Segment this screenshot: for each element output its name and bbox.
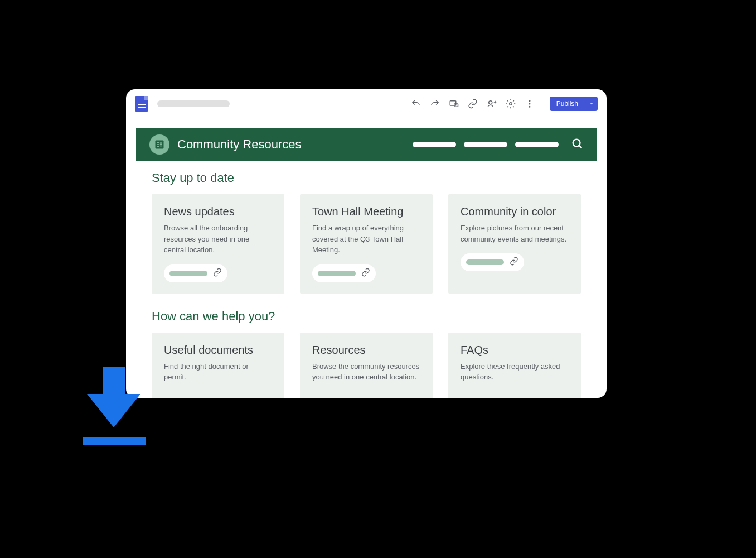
section-heading: How can we help you?	[152, 309, 581, 324]
svg-rect-10	[157, 146, 159, 147]
publish-button[interactable]: Publish	[550, 97, 585, 111]
card-title: Community in color	[461, 205, 569, 218]
nav-item-placeholder[interactable]	[413, 142, 456, 147]
svg-point-2	[488, 100, 492, 104]
site-body: Stay up to date News updates Browse all …	[136, 161, 597, 398]
card-title: Useful documents	[164, 344, 272, 357]
card-description: Find the right document or permit.	[164, 361, 272, 383]
svg-point-5	[529, 103, 530, 104]
link-icon	[213, 268, 222, 279]
editor-window: Publish Community Resources Stay up to d…	[126, 89, 607, 398]
card-link-pill[interactable]	[164, 264, 227, 282]
svg-rect-13	[160, 146, 162, 147]
link-icon[interactable]	[467, 98, 478, 109]
svg-rect-12	[160, 143, 162, 145]
card-town-hall[interactable]: Town Hall Meeting Find a wrap up of ever…	[300, 194, 433, 294]
undo-icon[interactable]	[410, 98, 421, 109]
site-title: Community Resources	[177, 137, 302, 152]
svg-rect-8	[157, 142, 159, 143]
card-row: Useful documents Find the right document…	[152, 333, 581, 398]
card-faqs[interactable]: FAQs Explore these frequently asked ques…	[448, 333, 581, 398]
svg-point-3	[509, 102, 512, 105]
link-text-placeholder	[318, 271, 356, 276]
svg-point-4	[529, 100, 530, 102]
publish-button-group: Publish	[550, 97, 598, 111]
gear-icon[interactable]	[505, 98, 516, 109]
card-description: Explore these frequently asked questions…	[461, 361, 569, 383]
editor-toolbar: Publish	[126, 89, 607, 118]
card-description: Find a wrap up of everything covered at …	[312, 223, 420, 256]
card-link-pill[interactable]	[312, 264, 376, 282]
svg-line-15	[579, 146, 582, 148]
link-text-placeholder	[169, 271, 207, 276]
card-community-color[interactable]: Community in color Explore pictures from…	[448, 194, 581, 294]
card-title: Resources	[312, 344, 420, 357]
card-news-updates[interactable]: News updates Browse all the onboarding r…	[152, 194, 284, 294]
sites-app-icon[interactable]	[135, 96, 148, 112]
link-text-placeholder	[466, 259, 504, 265]
section-heading: Stay up to date	[152, 171, 581, 185]
svg-point-6	[529, 105, 530, 107]
card-description: Browse all the onboarding resources you …	[164, 223, 272, 256]
link-icon	[361, 268, 370, 279]
card-title: Town Hall Meeting	[312, 205, 420, 218]
site-canvas: Community Resources Stay up to date News…	[126, 118, 607, 398]
nav-item-placeholder[interactable]	[464, 142, 507, 147]
more-icon[interactable]	[524, 98, 535, 109]
search-icon[interactable]	[571, 137, 583, 152]
svg-rect-11	[160, 142, 162, 143]
svg-rect-7	[156, 141, 164, 149]
svg-rect-0	[450, 100, 456, 105]
publish-dropdown-button[interactable]	[585, 97, 598, 111]
card-description: Browse the community resources you need …	[312, 361, 420, 383]
card-description: Explore pictures from our recent communi…	[461, 223, 569, 244]
svg-point-14	[573, 140, 580, 147]
card-row: News updates Browse all the onboarding r…	[152, 194, 581, 294]
redo-icon[interactable]	[429, 98, 440, 109]
link-icon	[510, 257, 518, 268]
download-arrow-icon	[83, 367, 146, 445]
card-useful-documents[interactable]: Useful documents Find the right document…	[152, 333, 284, 398]
share-icon[interactable]	[486, 98, 497, 109]
svg-rect-9	[157, 144, 159, 145]
card-title: News updates	[164, 205, 272, 218]
site-header: Community Resources	[136, 128, 597, 161]
nav-item-placeholder[interactable]	[515, 142, 559, 147]
document-title-placeholder[interactable]	[157, 100, 230, 107]
card-title: FAQs	[461, 344, 569, 357]
preview-icon[interactable]	[448, 98, 459, 109]
toolbar-actions: Publish	[410, 97, 598, 111]
card-resources[interactable]: Resources Browse the community resources…	[300, 333, 433, 398]
site-logo-icon	[149, 134, 169, 155]
card-link-pill[interactable]	[461, 253, 524, 271]
